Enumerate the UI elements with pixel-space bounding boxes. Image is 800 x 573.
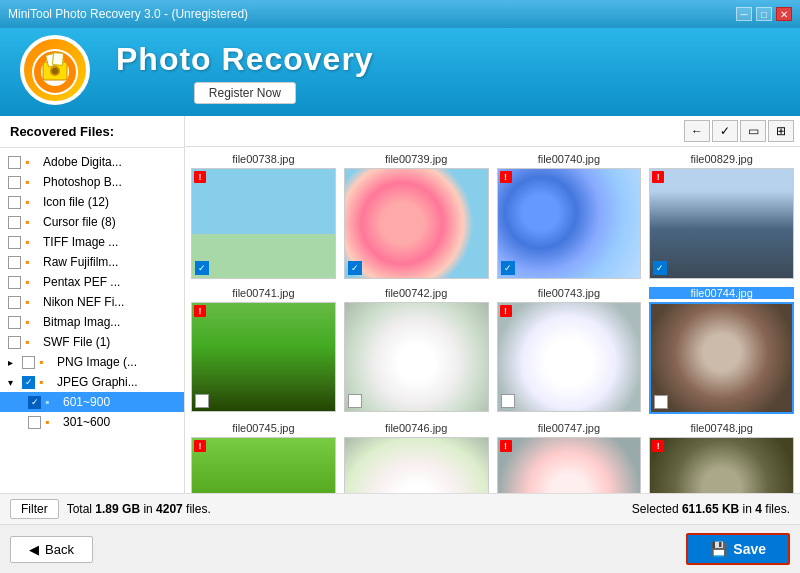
maximize-button[interactable]: □ xyxy=(756,7,772,21)
file-icon-icon: ▪ xyxy=(25,195,39,209)
checkbox-cursor[interactable] xyxy=(8,216,21,229)
minimize-button[interactable]: ─ xyxy=(736,7,752,21)
image-wrapper-8[interactable]: ! xyxy=(191,437,336,493)
logo-svg xyxy=(25,40,85,100)
expand-jpeg[interactable]: ▾ xyxy=(8,377,20,388)
file-icon-tiff: ▪ xyxy=(25,235,39,249)
tree-item-601-900[interactable]: ✓ ▪ 601~900 xyxy=(0,392,184,412)
image-cell-3[interactable]: file00829.jpg ! ✓ xyxy=(649,153,794,279)
expand-png[interactable]: ▸ xyxy=(8,357,20,368)
image-grid-container[interactable]: file00738.jpg ! ✓ file00739.jpg ✓ xyxy=(185,147,800,493)
nav-back-button[interactable]: ← xyxy=(684,120,710,142)
checkbox-tiff[interactable] xyxy=(8,236,21,249)
checkbox-nikon[interactable] xyxy=(8,296,21,309)
image-cell-6[interactable]: file00743.jpg ! xyxy=(497,287,642,415)
logo-circle xyxy=(20,35,90,105)
image-cell-1[interactable]: file00739.jpg ✓ xyxy=(344,153,489,279)
tree-item-bitmap[interactable]: ▪ Bitmap Imag... xyxy=(0,312,184,332)
view-grid-button[interactable]: ▭ xyxy=(740,120,766,142)
image-wrapper-3[interactable]: ! ✓ xyxy=(649,168,794,279)
back-arrow-icon: ◀ xyxy=(29,542,39,557)
image-preview-4 xyxy=(192,303,335,412)
tree-item-adobe[interactable]: ▪ Adobe Digita... xyxy=(0,152,184,172)
image-preview-5 xyxy=(345,303,488,412)
select-all-button[interactable]: ✓ xyxy=(712,120,738,142)
tree-item-nikon[interactable]: ▪ Nikon NEF Fi... xyxy=(0,292,184,312)
image-preview-11 xyxy=(650,438,793,493)
tree-item-301-600[interactable]: ▪ 301~600 xyxy=(0,412,184,432)
cell-checkbox-1[interactable]: ✓ xyxy=(348,261,362,275)
register-button[interactable]: Register Now xyxy=(194,82,296,104)
tree-item-swf[interactable]: ▪ SWF File (1) xyxy=(0,332,184,352)
image-wrapper-9[interactable] xyxy=(344,437,489,493)
header-text-block: Photo Recovery Register Now xyxy=(116,41,374,104)
cell-checkbox-6[interactable] xyxy=(501,394,515,408)
tree-item-photoshop[interactable]: ▪ Photoshop B... xyxy=(0,172,184,192)
checkbox-pentax[interactable] xyxy=(8,276,21,289)
error-badge-4: ! xyxy=(194,305,206,317)
filename-10: file00747.jpg xyxy=(538,422,600,434)
image-wrapper-10[interactable]: ! xyxy=(497,437,642,493)
view-list-button[interactable]: ⊞ xyxy=(768,120,794,142)
image-cell-11[interactable]: file00748.jpg ! xyxy=(649,422,794,493)
image-wrapper-4[interactable]: ! xyxy=(191,302,336,413)
cell-checkbox-0[interactable]: ✓ xyxy=(195,261,209,275)
error-badge-0: ! xyxy=(194,171,206,183)
image-wrapper-6[interactable]: ! xyxy=(497,302,642,413)
cell-checkbox-4[interactable] xyxy=(195,394,209,408)
image-cell-9[interactable]: file00746.jpg xyxy=(344,422,489,493)
selected-files-text: files. xyxy=(762,502,790,516)
save-button[interactable]: 💾 Save xyxy=(686,533,790,565)
label-pentax: Pentax PEF ... xyxy=(43,275,120,289)
image-cell-5[interactable]: file00742.jpg xyxy=(344,287,489,415)
in-text: in xyxy=(140,502,156,516)
label-swf: SWF File (1) xyxy=(43,335,110,349)
tree-item-tiff[interactable]: ▪ TIFF Image ... xyxy=(0,232,184,252)
cell-checkbox-5[interactable] xyxy=(348,394,362,408)
total-files: 4207 xyxy=(156,502,183,516)
filter-button[interactable]: Filter xyxy=(10,499,59,519)
label-photoshop: Photoshop B... xyxy=(43,175,122,189)
cell-checkbox-2[interactable]: ✓ xyxy=(501,261,515,275)
image-wrapper-5[interactable] xyxy=(344,302,489,413)
image-wrapper-2[interactable]: ! ✓ xyxy=(497,168,642,279)
checkbox-601-900[interactable]: ✓ xyxy=(28,396,41,409)
tree-item-jpeg[interactable]: ▾ ✓ ▪ JPEG Graphi... xyxy=(0,372,184,392)
filename-3: file00829.jpg xyxy=(690,153,752,165)
image-cell-4[interactable]: file00741.jpg ! xyxy=(191,287,336,415)
checkbox-icon[interactable] xyxy=(8,196,21,209)
label-nikon: Nikon NEF Fi... xyxy=(43,295,124,309)
content-area: Recovered Files: ▪ Adobe Digita... ▪ Pho… xyxy=(0,116,800,493)
tree-item-cursor[interactable]: ▪ Cursor file (8) xyxy=(0,212,184,232)
label-bitmap: Bitmap Imag... xyxy=(43,315,120,329)
image-cell-7[interactable]: file00744.jpg xyxy=(649,287,794,415)
tree-item-pentax[interactable]: ▪ Pentax PEF ... xyxy=(0,272,184,292)
image-cell-0[interactable]: file00738.jpg ! ✓ xyxy=(191,153,336,279)
image-wrapper-7[interactable] xyxy=(649,302,794,415)
window-controls: ─ □ ✕ xyxy=(736,7,792,21)
cell-checkbox-7[interactable] xyxy=(654,395,668,409)
image-wrapper-11[interactable]: ! xyxy=(649,437,794,493)
file-tree[interactable]: ▪ Adobe Digita... ▪ Photoshop B... ▪ Ico… xyxy=(0,148,184,493)
image-wrapper-0[interactable]: ! ✓ xyxy=(191,168,336,279)
checkbox-adobe[interactable] xyxy=(8,156,21,169)
checkbox-png[interactable] xyxy=(22,356,35,369)
checkbox-jpeg[interactable]: ✓ xyxy=(22,376,35,389)
label-adobe: Adobe Digita... xyxy=(43,155,122,169)
image-cell-2[interactable]: file00740.jpg ! ✓ xyxy=(497,153,642,279)
back-button[interactable]: ◀ Back xyxy=(10,536,93,563)
image-cell-10[interactable]: file00747.jpg ! xyxy=(497,422,642,493)
image-wrapper-1[interactable]: ✓ xyxy=(344,168,489,279)
tree-item-png[interactable]: ▸ ▪ PNG Image (... xyxy=(0,352,184,372)
image-cell-8[interactable]: file00745.jpg ! xyxy=(191,422,336,493)
tree-item-raw[interactable]: ▪ Raw Fujifilm... xyxy=(0,252,184,272)
checkbox-bitmap[interactable] xyxy=(8,316,21,329)
checkbox-swf[interactable] xyxy=(8,336,21,349)
tree-item-icon[interactable]: ▪ Icon file (12) xyxy=(0,192,184,212)
image-toolbar: ← ✓ ▭ ⊞ xyxy=(185,116,800,147)
close-button[interactable]: ✕ xyxy=(776,7,792,21)
checkbox-photoshop[interactable] xyxy=(8,176,21,189)
checkbox-raw[interactable] xyxy=(8,256,21,269)
cell-checkbox-3[interactable]: ✓ xyxy=(653,261,667,275)
checkbox-301-600[interactable] xyxy=(28,416,41,429)
